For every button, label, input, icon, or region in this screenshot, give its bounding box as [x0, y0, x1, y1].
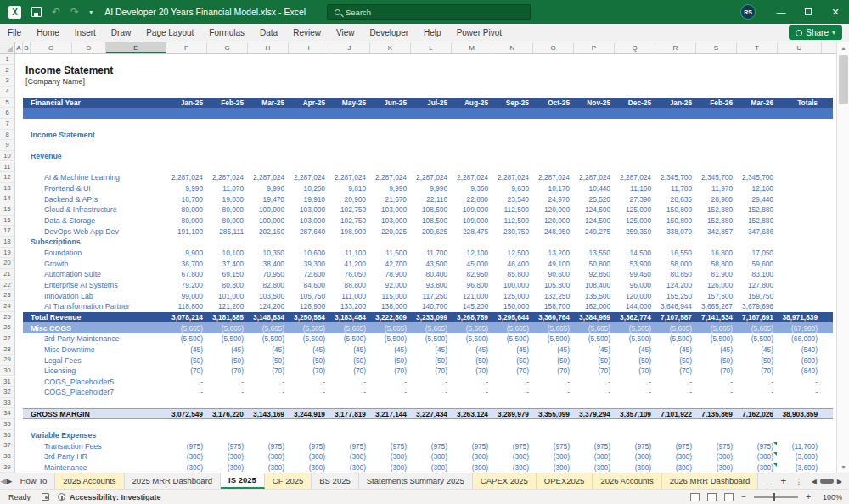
- cell[interactable]: 11,970: [696, 184, 737, 193]
- row-number[interactable]: 15: [0, 204, 15, 216]
- cell[interactable]: 112,500: [492, 205, 533, 214]
- cell[interactable]: 16,800: [696, 249, 737, 257]
- cell[interactable]: 125,000: [615, 205, 655, 214]
- cell[interactable]: (5,665): [289, 324, 329, 333]
- cell[interactable]: -: [207, 388, 248, 396]
- row-number[interactable]: 20: [0, 258, 15, 269]
- row-label[interactable]: Legal Fees: [15, 356, 166, 365]
- cell[interactable]: 103,500: [248, 292, 289, 300]
- cell[interactable]: (5,500): [370, 334, 411, 343]
- cell[interactable]: 11,100: [329, 249, 370, 257]
- row-label[interactable]: Subscriptions: [15, 238, 166, 246]
- cell-total[interactable]: (840): [778, 367, 822, 375]
- cell[interactable]: 3,295,644: [492, 313, 533, 322]
- cell[interactable]: 9,990: [411, 184, 452, 193]
- cell[interactable]: 108,400: [574, 281, 615, 289]
- page-layout-view-icon[interactable]: [707, 493, 717, 501]
- cell[interactable]: 78,900: [370, 270, 411, 278]
- cell[interactable]: 112,500: [492, 216, 533, 225]
- cell[interactable]: 102,750: [329, 205, 370, 214]
- cell[interactable]: 249,275: [574, 227, 615, 236]
- row-number[interactable]: 16: [0, 216, 15, 227]
- cell[interactable]: 198,900: [329, 227, 370, 236]
- sheet-tab-opex2025[interactable]: OPEX2025: [537, 473, 593, 489]
- horizontal-scrollbar[interactable]: ◀▶: [812, 478, 842, 485]
- cell[interactable]: 124,500: [574, 205, 615, 214]
- share-button[interactable]: Share ▾: [789, 25, 842, 40]
- cell[interactable]: 90,600: [533, 270, 574, 278]
- row-label[interactable]: Foundation: [15, 249, 166, 257]
- cell[interactable]: -: [655, 378, 696, 386]
- cell[interactable]: 3,078,214: [166, 313, 207, 322]
- cell[interactable]: 10,170: [533, 184, 574, 193]
- cell[interactable]: 3,362,774: [615, 313, 655, 322]
- cell[interactable]: 3,379,294: [574, 410, 615, 418]
- cell-total[interactable]: 38,971,839: [778, 313, 822, 322]
- cell[interactable]: (70): [370, 367, 411, 375]
- cell[interactable]: 50,800: [574, 260, 615, 268]
- ribbon-tab-home[interactable]: Home: [29, 24, 67, 42]
- row-number[interactable]: 24: [0, 301, 15, 312]
- cell[interactable]: 3,143,169: [248, 410, 289, 418]
- cell[interactable]: 3,222,809: [370, 313, 411, 322]
- cell[interactable]: (300): [166, 463, 207, 472]
- cell[interactable]: 80,400: [411, 270, 452, 278]
- cell[interactable]: 80,000: [166, 216, 207, 225]
- cell[interactable]: (300): [248, 452, 289, 461]
- cell[interactable]: 287,640: [289, 227, 329, 236]
- zoom-out-icon[interactable]: −: [741, 492, 746, 501]
- cell[interactable]: -: [411, 388, 452, 396]
- cell[interactable]: 9,360: [452, 184, 492, 193]
- cell[interactable]: 58,000: [655, 260, 696, 268]
- cell[interactable]: 2,287,024: [248, 173, 289, 182]
- cell[interactable]: (300): [615, 463, 655, 472]
- cell[interactable]: 2,287,024: [574, 173, 615, 182]
- cell[interactable]: 150,800: [655, 216, 696, 225]
- cell[interactable]: (5,665): [248, 324, 289, 333]
- cell[interactable]: (5,500): [696, 334, 737, 343]
- ribbon-tab-formulas[interactable]: Formulas: [201, 24, 252, 42]
- cell[interactable]: (5,665): [655, 324, 696, 333]
- cell[interactable]: 103,000: [289, 216, 329, 225]
- sheet-tab-how-to[interactable]: How To: [13, 473, 56, 489]
- cell[interactable]: 108,500: [411, 205, 452, 214]
- cell[interactable]: (300): [370, 463, 411, 472]
- cell[interactable]: 14,500: [615, 249, 655, 257]
- cell[interactable]: -: [411, 378, 452, 386]
- cell[interactable]: -: [452, 388, 492, 396]
- cell[interactable]: 88,800: [329, 281, 370, 289]
- row-label[interactable]: Licensing: [15, 367, 166, 375]
- cell[interactable]: 230,750: [492, 227, 533, 236]
- cell[interactable]: 138,000: [370, 302, 411, 311]
- column-header-I[interactable]: I: [289, 42, 329, 53]
- cell[interactable]: 11,070: [207, 184, 248, 193]
- cell[interactable]: 3,360,764: [533, 313, 574, 322]
- avatar[interactable]: RS: [740, 4, 756, 20]
- cell[interactable]: (975): [207, 442, 248, 451]
- row-number[interactable]: 12: [0, 172, 15, 183]
- new-sheet-button[interactable]: +: [780, 475, 786, 487]
- cell[interactable]: 43,500: [411, 260, 452, 268]
- cell[interactable]: (300): [655, 463, 696, 472]
- ribbon-tab-power-pivot[interactable]: Power Pivot: [449, 24, 509, 42]
- tab-options-icon[interactable]: ⋮: [795, 477, 803, 486]
- cell[interactable]: (45): [655, 345, 696, 354]
- cell-total[interactable]: -: [778, 388, 822, 396]
- row-label[interactable]: Automation Suite: [15, 270, 166, 278]
- cell[interactable]: 157,500: [696, 292, 737, 300]
- cell[interactable]: (45): [452, 345, 492, 354]
- cell[interactable]: 24,970: [533, 195, 574, 204]
- cell[interactable]: (300): [329, 452, 370, 461]
- row-number[interactable]: 4: [0, 87, 15, 98]
- cell[interactable]: 3,250,584: [289, 313, 329, 322]
- month-header[interactable]: Apr-25: [289, 98, 329, 107]
- row-label[interactable]: Backend & APIs: [15, 195, 166, 204]
- cell[interactable]: (45): [533, 345, 574, 354]
- cell[interactable]: 2,287,024: [411, 173, 452, 182]
- month-header[interactable]: May-25: [329, 98, 370, 107]
- cell[interactable]: (70): [615, 367, 655, 375]
- cell[interactable]: (70): [655, 367, 696, 375]
- cell[interactable]: (5,665): [207, 324, 248, 333]
- cell[interactable]: 3,176,220: [207, 410, 248, 418]
- cell[interactable]: 79,200: [166, 281, 207, 289]
